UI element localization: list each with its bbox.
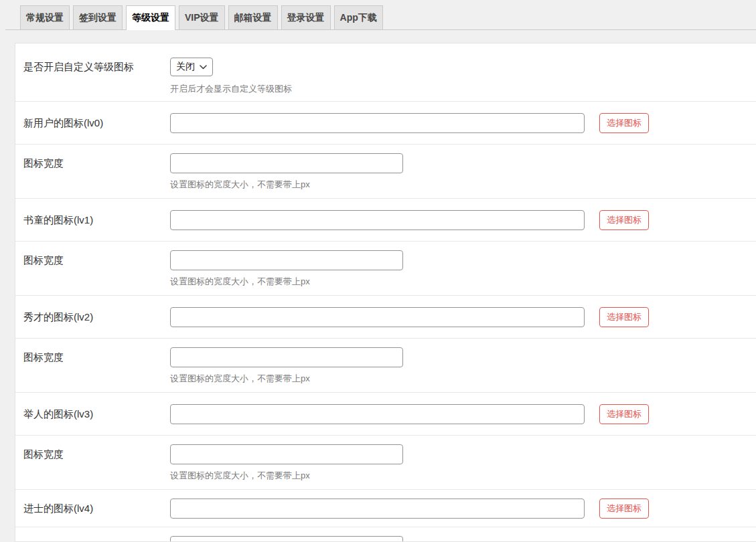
field-hint: 设置图标的宽度大小，不需要带上px	[170, 471, 756, 480]
choose-icon-button[interactable]: 选择图标	[599, 113, 649, 133]
tab-label: 签到设置	[79, 12, 117, 23]
icon-width-row: 图标宽度 设置图标的宽度大小，不需要带上px	[15, 145, 756, 199]
field-hint: 设置图标的宽度大小，不需要带上px	[170, 180, 756, 189]
field-label: 进士的图标(lv4)	[23, 499, 170, 519]
field-label: 图标宽度	[23, 347, 170, 367]
tab-signin-settings[interactable]: 签到设置	[73, 5, 123, 29]
field-label: 书童的图标(lv1)	[23, 210, 170, 230]
field-hint: 设置图标的宽度大小，不需要带上px	[170, 374, 756, 383]
custom-icon-toggle-select[interactable]: 关闭	[170, 58, 213, 76]
select-value: 关闭	[176, 61, 195, 73]
icon-width-input[interactable]	[170, 153, 403, 173]
tab-level-settings[interactable]: 等级设置	[126, 5, 175, 30]
field-label: 举人的图标(lv3)	[23, 404, 170, 424]
field-label: 图标宽度	[23, 250, 170, 270]
level-icon-row: 进士的图标(lv4) 选择图标	[15, 490, 756, 527]
level-icon-row: 秀才的图标(lv2) 选择图标	[15, 296, 756, 339]
field-hint: 开启后才会显示自定义等级图标	[170, 84, 756, 94]
icon-url-input[interactable]	[170, 404, 585, 424]
tab-label: 邮箱设置	[234, 12, 272, 23]
field-hint: 设置图标的宽度大小，不需要带上px	[170, 277, 756, 286]
custom-icon-toggle-row: 是否开启自定义等级图标 关闭 开启后才会显示自定义等级图标	[15, 43, 756, 102]
tab-login-settings[interactable]: 登录设置	[281, 5, 331, 29]
field-label: 新用户的图标(lv0)	[23, 113, 170, 133]
icon-url-input[interactable]	[170, 499, 585, 519]
level-settings-panel: 是否开启自定义等级图标 关闭 开启后才会显示自定义等级图标 新用户的图标(lv0…	[15, 43, 756, 542]
settings-tab-bar: 常规设置签到设置等级设置VIP设置邮箱设置登录设置App下载	[5, 5, 756, 30]
level-icon-row: 举人的图标(lv3) 选择图标	[15, 393, 756, 436]
icon-width-row: 图标宽度 设置图标的宽度大小，不需要带上px	[15, 242, 756, 296]
tab-general-settings[interactable]: 常规设置	[20, 5, 70, 29]
choose-icon-button[interactable]: 选择图标	[599, 307, 649, 327]
icon-width-input[interactable]	[170, 250, 403, 270]
icon-width-row: 图标宽度 设置图标的宽度大小，不需要带上px	[15, 436, 756, 490]
tab-label: 常规设置	[26, 12, 64, 23]
field-label: 图标宽度	[23, 153, 170, 173]
icon-url-input[interactable]	[170, 113, 585, 133]
icon-width-input[interactable]	[170, 444, 403, 464]
icon-width-row	[15, 527, 756, 542]
field-label: 秀才的图标(lv2)	[23, 307, 170, 327]
tab-list: 常规设置签到设置等级设置VIP设置邮箱设置登录设置App下载	[5, 5, 756, 29]
form-rows: 新用户的图标(lv0) 选择图标 图标宽度 设置图标的宽度大小，不需要带上px …	[15, 102, 756, 542]
choose-icon-button[interactable]: 选择图标	[599, 404, 649, 424]
tab-label: 登录设置	[287, 12, 325, 23]
tab-label: App下载	[340, 12, 377, 23]
tab-email-settings[interactable]: 邮箱设置	[228, 5, 278, 29]
icon-url-input[interactable]	[170, 210, 585, 230]
tab-label: 等级设置	[132, 12, 169, 23]
tab-app-download[interactable]: App下载	[334, 5, 383, 29]
tab-vip-settings[interactable]: VIP设置	[179, 5, 225, 29]
choose-icon-button[interactable]: 选择图标	[599, 499, 649, 519]
choose-icon-button[interactable]: 选择图标	[599, 210, 649, 230]
icon-width-input[interactable]	[170, 347, 403, 367]
chevron-down-icon	[200, 65, 207, 70]
field-label: 图标宽度	[23, 444, 170, 464]
field-label: 是否开启自定义等级图标	[23, 58, 170, 76]
level-icon-row: 书童的图标(lv1) 选择图标	[15, 199, 756, 242]
level-icon-row: 新用户的图标(lv0) 选择图标	[15, 102, 756, 145]
tab-label: VIP设置	[185, 12, 219, 23]
icon-width-input[interactable]	[170, 536, 403, 542]
icon-url-input[interactable]	[170, 307, 585, 327]
icon-width-row: 图标宽度 设置图标的宽度大小，不需要带上px	[15, 339, 756, 393]
